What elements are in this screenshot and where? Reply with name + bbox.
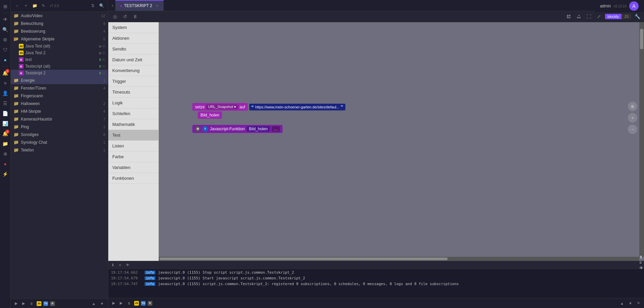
- category-datum[interactable]: Datum und Zeit: [108, 55, 158, 65]
- zap-icon[interactable]: ⚡: [1, 169, 10, 179]
- category-sendto[interactable]: Sendto: [108, 44, 158, 55]
- tab-testskript2[interactable]: ■ TESTSKRIPT 2 ✕: [115, 0, 164, 11]
- block-bild-holen[interactable]: Bild_holen: [198, 111, 222, 119]
- folder-bewasserung[interactable]: 📁 Bewässerung 4: [11, 27, 108, 35]
- log-filter-button[interactable]: 👁: [124, 262, 130, 268]
- script-javatest-alt[interactable]: JS Java Test (alt) ▶ ⎘: [11, 43, 108, 49]
- net-icon[interactable]: ⊕: [1, 149, 10, 159]
- add-folder-button[interactable]: 📁: [31, 2, 38, 9]
- pause-button[interactable]: ⏸: [131, 12, 139, 21]
- log-clear-button[interactable]: ⬇: [110, 262, 116, 268]
- log-side-btn2[interactable]: ≡: [639, 260, 643, 265]
- category-konvertierung[interactable]: Konvertierung: [108, 65, 158, 76]
- script-javatest2[interactable]: JS Java Test 2 ▶ ⎘: [11, 49, 108, 56]
- pause-script-button[interactable]: ⏸: [98, 71, 102, 75]
- folder-fenster[interactable]: 📁 Fenster/Türen 4: [11, 84, 108, 92]
- script-testskript2[interactable]: B Testskript 2 ⏸ ⎘: [11, 70, 108, 76]
- edit-script-button[interactable]: ⎘: [103, 51, 105, 55]
- play-all-button[interactable]: ▶: [13, 301, 19, 306]
- bottom-play-button[interactable]: ▶: [111, 300, 116, 306]
- category-variablen[interactable]: Variablen: [108, 162, 158, 173]
- blockly-toggle-button[interactable]: blockly: [605, 14, 622, 19]
- log-side-btn1[interactable]: ⬆: [639, 255, 643, 260]
- category-schleifen[interactable]: Schleifen: [108, 108, 158, 119]
- log-side-btn3[interactable]: 👁: [639, 266, 643, 270]
- block-function[interactable]: ⚙ ? Javascript-Funktion Bild_holen …: [192, 125, 282, 133]
- folder-allgemeine[interactable]: 📂 Allgemeine Skripte 5: [11, 35, 108, 43]
- category-farbe[interactable]: Farbe: [108, 151, 158, 162]
- export-button[interactable]: [565, 12, 573, 21]
- func-extra-button[interactable]: …: [272, 126, 280, 132]
- back-button[interactable]: ‹: [13, 2, 21, 9]
- iobroker-icon[interactable]: ●: [1, 55, 10, 65]
- folder-beleuchtung[interactable]: 📁 Beleuchtung 9: [11, 20, 108, 27]
- grid-icon[interactable]: ⊞: [1, 2, 10, 11]
- search-scripts-button[interactable]: 🔍: [98, 2, 105, 9]
- edit-script-button[interactable]: ⎘: [103, 44, 105, 48]
- canvas-zoom-in[interactable]: +: [628, 113, 637, 123]
- chart-icon[interactable]: 📊: [1, 119, 10, 128]
- list-icon[interactable]: ☰: [1, 99, 10, 108]
- bottom-down-button[interactable]: ▼: [627, 301, 634, 306]
- expand-button[interactable]: ⤢: [595, 12, 603, 21]
- category-logik[interactable]: Logik: [108, 98, 158, 108]
- notify-icon[interactable]: 🔔 2: [1, 129, 10, 138]
- edit-script-button[interactable]: ⎘: [103, 58, 105, 62]
- category-listen[interactable]: Listen: [108, 141, 158, 151]
- folder-kameras[interactable]: 📁 Kameras/Haustür 7: [11, 115, 108, 123]
- folder-halloween[interactable]: 📁 Halloween 2: [11, 100, 108, 107]
- search-icon[interactable]: 🔍: [1, 25, 10, 34]
- play-script-button[interactable]: ▶: [99, 51, 102, 55]
- import-button[interactable]: [575, 12, 583, 21]
- pause-script-button[interactable]: ⏸: [98, 64, 102, 68]
- eye-icon[interactable]: 👁: [1, 15, 10, 24]
- js-toggle-button[interactable]: JS: [621, 14, 631, 19]
- play-script-button[interactable]: ▶: [99, 44, 102, 48]
- folder-telefon[interactable]: 📁 Telefon 1: [11, 146, 108, 154]
- bottom-close-button[interactable]: ✕: [636, 300, 641, 306]
- canvas-hscrollbar[interactable]: [159, 257, 639, 261]
- script-icon[interactable]: 📄: [1, 109, 10, 118]
- tab-back-button[interactable]: ‹: [110, 3, 115, 8]
- red-circle-icon[interactable]: ●: [1, 159, 10, 169]
- bell-icon[interactable]: 🔔 3: [1, 68, 10, 78]
- canvas-zoom-reset[interactable]: ⊕: [628, 102, 637, 111]
- folder-audio-video[interactable]: 📁 Audio/Video 12: [11, 12, 108, 20]
- pause-all-button[interactable]: ⏸: [28, 301, 35, 306]
- add-script-button[interactable]: +: [22, 2, 30, 9]
- canvas-vscrollbar[interactable]: [639, 22, 644, 257]
- category-aktionen[interactable]: Aktionen: [108, 33, 158, 44]
- shield-icon[interactable]: 🛡: [1, 45, 10, 55]
- folder-sonstiges[interactable]: 📁 Sonstiges 8: [11, 131, 108, 138]
- sort-button[interactable]: ⇅: [89, 2, 97, 9]
- folder-ping[interactable]: 📁 Ping 1: [11, 123, 108, 131]
- category-trigger[interactable]: Trigger: [108, 76, 158, 87]
- block-string-value[interactable]: ❝ https://www.mein-schoener-garten.de/si…: [249, 104, 345, 110]
- users-icon[interactable]: 👤: [1, 89, 10, 98]
- debug-button[interactable]: ◎: [111, 12, 119, 21]
- edit-script-button[interactable]: ⎘: [103, 71, 105, 75]
- category-timeouts[interactable]: Timeouts: [108, 87, 158, 98]
- fullscreen-button[interactable]: ⛶: [585, 12, 593, 21]
- gear-icon[interactable]: ⚙: [1, 35, 10, 44]
- bottom-up-button[interactable]: ▲: [619, 301, 625, 306]
- log-copy-button[interactable]: ≡: [117, 262, 123, 268]
- scroll-up-button[interactable]: ▲: [90, 301, 97, 306]
- category-system[interactable]: System: [108, 22, 158, 33]
- edit-script-button[interactable]: ⎘: [103, 64, 105, 68]
- folder-energie[interactable]: 📁 Energie 1: [11, 76, 108, 84]
- script-testscript-alt[interactable]: B Testscript (alt) ⏸ ⎘: [11, 63, 108, 70]
- bottom-run-button[interactable]: ▶: [118, 300, 124, 306]
- bottom-pause-button[interactable]: ⏸: [126, 301, 132, 306]
- files-icon[interactable]: 📁: [1, 139, 10, 148]
- scroll-down-button[interactable]: ▼: [99, 301, 105, 306]
- folder-fingerscann[interactable]: 📁 Fingerscann: [11, 92, 108, 100]
- script-test[interactable]: B test ⏸ ⎘: [11, 56, 108, 63]
- block-setze[interactable]: setze URL_Snapshot ▾ auf: [192, 103, 248, 111]
- wrench-button[interactable]: 🔧: [633, 12, 641, 21]
- category-funktionen[interactable]: Funktionen: [108, 173, 158, 184]
- admin-avatar[interactable]: A: [629, 1, 639, 11]
- variable-dropdown[interactable]: URL_Snapshot ▾: [206, 104, 238, 109]
- category-mathematik[interactable]: Mathematik: [108, 119, 158, 130]
- folder-hm-skripte[interactable]: 📁 HM-Skripte 4: [11, 107, 108, 115]
